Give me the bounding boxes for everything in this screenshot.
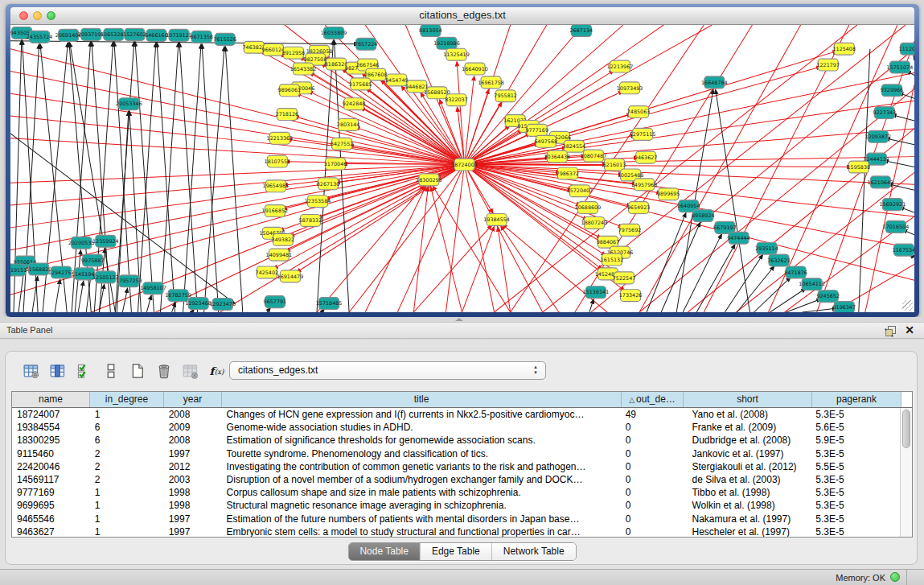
citation-edge-black[interactable]	[122, 288, 127, 312]
citation-edge[interactable]	[433, 186, 511, 312]
citation-edge[interactable]	[413, 225, 491, 312]
graph-node-12213967[interactable]: 12213967	[607, 60, 634, 72]
graph-node-19384554[interactable]: 19384554	[483, 214, 510, 226]
column-header-short[interactable]: short	[684, 392, 812, 407]
citation-edge[interactable]	[465, 73, 914, 165]
citation-edge-black[interactable]	[225, 47, 242, 312]
graph-node-8671358[interactable]: 8671358	[190, 31, 213, 43]
graph-node-7615526[interactable]: 7615526	[213, 33, 236, 45]
graph-node-17957253[interactable]: 17957253	[116, 275, 142, 287]
graph-node-2687134[interactable]: 2687134	[570, 25, 593, 36]
graph-node-7425402[interactable]: 7425402	[256, 266, 279, 278]
graph-node-7522547[interactable]: 7522547	[613, 272, 636, 284]
graph-node-8427552[interactable]: 8427552	[331, 138, 354, 150]
column-header-in_degree[interactable]: in_degree	[90, 392, 164, 407]
graph-node-7955812[interactable]: 7955812	[494, 90, 517, 102]
graph-node-7632621[interactable]: 7632621	[767, 254, 791, 266]
close-panel-icon[interactable]: ✕	[905, 323, 914, 336]
graph-node-8912958[interactable]: 8912958	[282, 47, 306, 59]
tab-node-table[interactable]: Node Table	[348, 543, 421, 560]
citation-edge[interactable]	[294, 117, 465, 165]
graph-node-9242848[interactable]: 9242848	[343, 98, 366, 110]
graph-node-9319151[interactable]: 9319151	[10, 264, 27, 276]
table-row[interactable]: 977716911998Corpus callosum shape and si…	[12, 486, 900, 499]
graph-node-14958107[interactable]: 14958107	[140, 282, 166, 295]
table-row[interactable]: 946554611997Estimation of the future num…	[12, 513, 900, 525]
graph-node-8322037[interactable]: 8322037	[445, 94, 468, 106]
graph-node-2718126[interactable]: 2718126	[276, 109, 299, 121]
graph-node-7857224[interactable]: 7857224	[355, 38, 378, 50]
citation-edge-black[interactable]	[754, 278, 791, 312]
graph-node-19654985[interactable]: 19654985	[263, 180, 290, 192]
graph-node-16210643[interactable]: 16210643	[868, 176, 894, 188]
tab-network-table[interactable]: Network Table	[492, 543, 576, 560]
tab-edge-table[interactable]: Edge Table	[421, 543, 492, 560]
citation-edge-black[interactable]	[114, 42, 131, 312]
graph-node-18300295[interactable]: 18300295	[416, 174, 442, 186]
graph-node-12923470[interactable]: 12923470	[209, 299, 236, 311]
graph-node-18724007[interactable]: 18724007	[451, 159, 478, 171]
function-builder-icon[interactable]: f(x)	[207, 361, 228, 381]
graph-node-6497568[interactable]: 6497568	[534, 135, 557, 147]
graph-node-16648784[interactable]: 16648784	[701, 76, 728, 89]
citation-edge[interactable]	[446, 165, 464, 312]
graph-node-20200535[interactable]: 20200535	[68, 237, 95, 249]
citation-edge-black[interactable]	[160, 43, 178, 312]
citation-edge-black[interactable]	[914, 56, 914, 57]
graph-node-19166852[interactable]: 19166852	[262, 205, 289, 217]
graph-node-1125408[interactable]: 1125408	[832, 43, 856, 55]
table-row[interactable]: 911546021997Tourette syndrome. Phenomeno…	[12, 447, 900, 460]
window-resize-grip[interactable]	[902, 300, 913, 311]
graph-node-11325419[interactable]: 11325419	[443, 48, 470, 60]
table-selector-dropdown[interactable]: citations_edges.txt ▲▼	[229, 361, 546, 380]
table-row[interactable]: 969969511998Structural magnetic resonanc…	[12, 499, 900, 512]
graph-node-9975887[interactable]: 9975887	[81, 254, 105, 266]
graph-node-14957968[interactable]: 14957968	[631, 179, 658, 191]
graph-node-7975692[interactable]: 7975692	[618, 224, 642, 236]
graph-node-15718485[interactable]: 15718485	[316, 298, 343, 310]
graph-node-9227343[interactable]: 9227343	[873, 107, 897, 119]
graph-node-24355724[interactable]: 24355724	[27, 31, 53, 43]
graph-node-9777169[interactable]: 9777169	[525, 124, 548, 136]
table-row[interactable]: 2242004622012Investigating the contribut…	[12, 460, 900, 473]
delete-table-icon[interactable]	[154, 361, 175, 381]
zoom-window-icon[interactable]	[47, 11, 55, 20]
graph-node-9329966[interactable]: 9329966	[881, 84, 904, 97]
graph-node-5878332[interactable]: 5878332	[299, 215, 322, 227]
new-table-icon[interactable]	[127, 361, 148, 381]
graph-node-15692921[interactable]: 15692921	[880, 199, 906, 211]
graph-node-3175685[interactable]: 3175685	[349, 78, 372, 90]
citation-edge-black[interactable]	[179, 43, 197, 312]
citation-edge[interactable]	[10, 49, 465, 165]
graph-node-10719121[interactable]: 10719121	[166, 29, 192, 41]
graph-node-10973493[interactable]: 10973493	[617, 82, 643, 94]
table-row[interactable]: 1456911722003Disruption of a novel membe…	[12, 473, 900, 486]
network-canvas[interactable]: 9435057243557242069140620937198106532871…	[10, 25, 914, 312]
row-height-icon[interactable]	[101, 361, 121, 381]
column-header-pagerank[interactable]: pagerank	[812, 392, 901, 407]
graph-node-10688609[interactable]: 10688609	[575, 202, 602, 214]
memory-status-icon[interactable]	[890, 572, 900, 582]
graph-node-20053346[interactable]: 20053346	[116, 98, 142, 110]
graph-node-12213363[interactable]: 12213363	[267, 132, 294, 144]
column-header-name[interactable]: name	[12, 392, 90, 407]
citation-edge-black[interactable]	[204, 47, 224, 312]
citation-edge[interactable]	[349, 165, 464, 312]
graph-node-1595838[interactable]: 1595838	[848, 161, 871, 173]
graph-node-12093872[interactable]: 12093872	[865, 130, 892, 142]
citation-edge[interactable]	[365, 186, 425, 312]
graph-node-9196347[interactable]: 9196347	[832, 302, 856, 312]
column-header-title[interactable]: title	[222, 392, 622, 407]
graph-node-19218986[interactable]: 19218986	[433, 37, 460, 49]
graph-node-9896061[interactable]: 9896061	[278, 84, 302, 97]
citation-edge-black[interactable]	[146, 295, 151, 312]
graph-node-7485063[interactable]: 7485063	[627, 106, 651, 118]
citation-edge-black[interactable]	[803, 308, 837, 312]
graph-node-3493822[interactable]: 3493822	[272, 233, 295, 245]
graph-node-12942757[interactable]: 12942757	[48, 266, 75, 278]
citation-edge-black[interactable]	[55, 279, 60, 312]
float-panel-icon[interactable]	[885, 325, 897, 337]
graph-node-1221797[interactable]: 1221797	[816, 59, 840, 71]
graph-node-9657791[interactable]: 9657791	[264, 296, 287, 308]
citation-edge-black[interactable]	[157, 43, 175, 312]
